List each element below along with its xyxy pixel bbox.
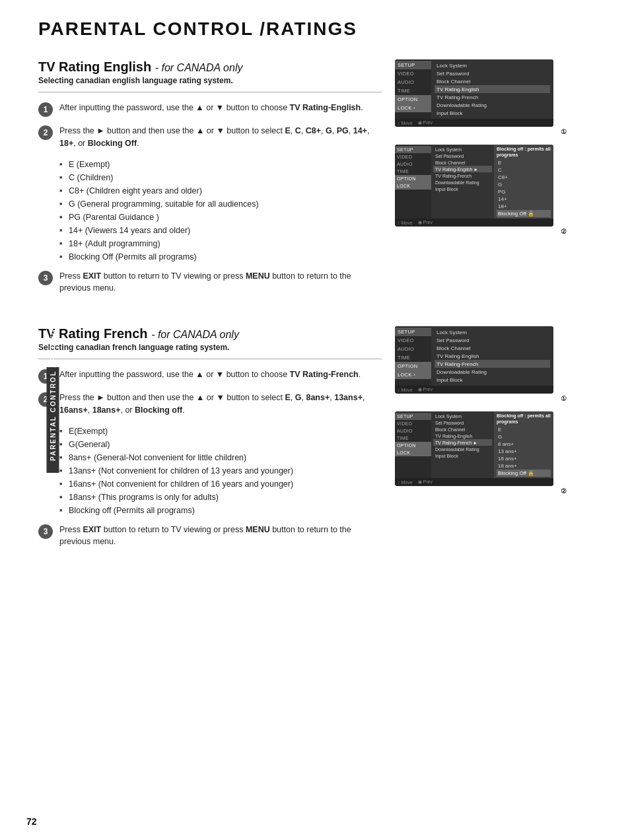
menu4-tv-rating-french: TV Rating-French ► (433, 439, 492, 446)
bullet-item-f: 18ans+ (This programs is only for adults… (59, 491, 382, 504)
sidebar3-setup: SETUP (395, 328, 431, 336)
screen-number-2: ② (395, 228, 567, 235)
sidebar4-audio: AUDIO (395, 427, 431, 435)
menu2-downloadable-rating: Downloadable Rating (433, 179, 492, 186)
sidebar2-option: OPTION (395, 175, 431, 182)
bullet-item: G (General programming, suitable for all… (59, 197, 382, 211)
screen-number-1: ① (395, 128, 567, 135)
section2-title: TV Rating French - for CANADA only (38, 326, 382, 341)
menu-set-password: Set Password (435, 69, 550, 77)
sidebar-option: OPTION (395, 95, 431, 104)
bullet-item-f: 16ans+ (Not convenient for children of 1… (59, 477, 382, 491)
sidebar2-setup: SETUP (395, 146, 431, 153)
step2-number: 2 (38, 125, 53, 140)
menu2-lock-system: Lock System (433, 146, 492, 153)
screen-number-4: ② (395, 487, 567, 495)
step2f-content: Press the ► button and then use the ▲ or… (59, 392, 382, 417)
sidebar3-video: VIDEO (395, 336, 431, 345)
sidebar-time: TIME (395, 87, 431, 95)
menu4-block-channel: Block Channel (433, 426, 492, 433)
bullet-item: 18+ (Adult programming) (59, 237, 382, 250)
step3-number: 3 (38, 271, 53, 285)
page-number: 72 (26, 816, 37, 827)
sidebar4-option: OPTION (395, 442, 431, 449)
footer4-move: ↕ Move (398, 479, 413, 485)
menu-downloadable-rating: Downloadable Rating (435, 101, 550, 109)
bullet-item-f: E(Exempt) (59, 425, 382, 438)
step1-content: After inputting the password, use the ▲ … (59, 102, 382, 114)
submenu-title-french: Blocking off : permits all programs (497, 413, 551, 425)
menu4-tv-rating-english: TV Rating-English (433, 433, 492, 439)
menu3-tv-rating-english: TV Rating-English (435, 352, 550, 360)
bullets-french: E(Exempt) G(General) 8ans+ (General-Not … (59, 425, 382, 517)
sidebar-setup: SETUP (395, 61, 431, 69)
tv-mockup-french-2: SETUP VIDEO AUDIO TIME OPTION LOCK Lock … (395, 411, 567, 495)
sidebar2-time: TIME (395, 168, 431, 175)
sidebar-video: VIDEO (395, 69, 431, 78)
bullet-item: E (Exempt) (59, 158, 382, 171)
section-tv-rating-french: TV Rating French - for CANADA only Selec… (38, 326, 610, 556)
step1f-content: After inputting the password, use the ▲ … (59, 368, 382, 381)
menu-input-block: Input Block (435, 109, 550, 117)
menu2-tv-rating-english: TV Rating-English ► (433, 166, 492, 172)
step1-english: 1 After inputting the password, use the … (38, 102, 382, 117)
footer4-prev: ◉ Prev (418, 479, 433, 485)
screen-number-3: ① (395, 395, 567, 402)
sidebar2-lock: LOCK (395, 182, 431, 190)
sidebar3-lock: LOCK › (395, 370, 431, 379)
sidebar2-audio: AUDIO (395, 160, 431, 168)
menu2-tv-rating-french: TV Rating-French (433, 172, 492, 179)
footer3-move: ↕ Move (398, 387, 413, 392)
menu3-input-block: Input Block (435, 376, 550, 384)
step3f-content: Press EXIT button to return to TV viewin… (59, 524, 382, 549)
menu3-lock-system: Lock System (435, 328, 550, 336)
menu-lock-system: Lock System (435, 61, 550, 69)
menu4-input-block: Input Block (433, 452, 492, 459)
sidebar3-audio: AUDIO (395, 345, 431, 353)
right-col-french: SETUP VIDEO AUDIO TIME OPTION LOCK › Loc… (395, 326, 567, 556)
footer3-prev: ◉ Prev (418, 387, 433, 392)
tv-mockup-english-2: SETUP VIDEO AUDIO TIME OPTION LOCK Lock … (395, 145, 567, 235)
sidebar4-video: VIDEO (395, 420, 431, 427)
menu3-set-password: Set Password (435, 336, 550, 344)
step3f-number: 3 (38, 524, 53, 539)
bullet-item-f: G(General) (59, 438, 382, 451)
step2-english: 2 Press the ► button and then use the ▲ … (38, 125, 382, 150)
section2-subtitle: Selecting canadian french language ratin… (38, 343, 382, 352)
step1-number: 1 (38, 102, 53, 117)
menu-tv-rating-english: TV Rating-English (435, 85, 550, 93)
bullet-item: 14+ (Viewers 14 years and older) (59, 224, 382, 237)
tv-mockup-french-1: SETUP VIDEO AUDIO TIME OPTION LOCK › Loc… (395, 326, 567, 402)
menu-tv-rating-french: TV Rating-French (435, 93, 550, 101)
page-title: PARENTAL CONTROL /RATINGS (38, 18, 610, 40)
footer-prev: ◉ Prev (418, 120, 433, 125)
menu4-downloadable-rating: Downloadable Rating (433, 446, 492, 452)
section-tv-rating-english: TV Rating English - for CANADA only Sele… (38, 59, 610, 302)
menu3-downloadable-rating: Downloadable Rating (435, 368, 550, 376)
menu3-tv-rating-french: TV Rating-French (435, 360, 550, 368)
footer-move: ↕ Move (398, 120, 413, 125)
sidebar4-setup: SETUP (395, 413, 431, 420)
menu4-lock-system: Lock System (433, 413, 492, 419)
menu4-set-password: Set Password (433, 419, 492, 426)
menu2-set-password: Set Password (433, 153, 492, 159)
sidebar4-time: TIME (395, 435, 431, 442)
right-col-english: SETUP VIDEO AUDIO TIME OPTION LOCK › Loc… (395, 59, 567, 302)
step1-french: 1 After inputting the password, use the … (38, 368, 382, 384)
footer2-prev: ◉ Prev (418, 220, 433, 225)
sidebar-lock: LOCK › (395, 104, 431, 112)
bullet-item-f: 13ans+ (Not convenient for children of 1… (59, 464, 382, 477)
sidebar3-time: TIME (395, 353, 431, 362)
bullet-item-f: 8ans+ (General-Not convenient for little… (59, 451, 382, 464)
bullet-item: C8+ (Children eight years and older) (59, 184, 382, 197)
sidebar4-lock: LOCK (395, 449, 431, 456)
step3-english: 3 Press EXIT button to return to TV view… (38, 270, 382, 295)
tv-mockup-english-1: SETUP VIDEO AUDIO TIME OPTION LOCK › Loc… (395, 59, 567, 135)
sidebar3-option: OPTION (395, 362, 431, 370)
bullet-item: C (Children) (59, 171, 382, 184)
sidebar-audio: AUDIO (395, 78, 431, 87)
step3-french: 3 Press EXIT button to return to TV view… (38, 524, 382, 549)
menu-block-channel: Block Channel (435, 77, 550, 85)
submenu-title-english: Blocking off : permits all programs (497, 146, 551, 158)
bullet-item: PG (Parental Guidance ) (59, 211, 382, 224)
